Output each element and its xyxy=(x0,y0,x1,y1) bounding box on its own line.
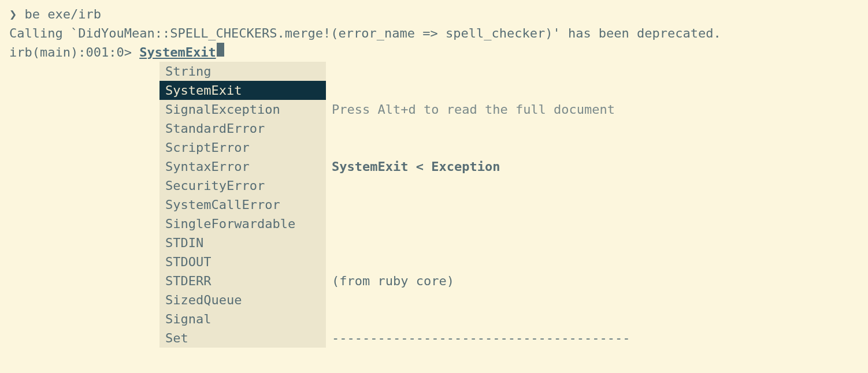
completion-item[interactable]: String xyxy=(159,62,326,81)
irb-prompt-line[interactable]: irb(main):001:0> SystemExit xyxy=(9,43,859,62)
doc-divider: --------------------------------------- xyxy=(332,329,630,348)
shell-prompt-line: ❯ be exe/irb xyxy=(9,5,859,24)
completion-item[interactable]: STDERR xyxy=(159,271,326,290)
completion-item[interactable]: SecurityError xyxy=(159,176,326,195)
doc-title: SystemExit < Exception xyxy=(332,157,630,176)
completion-item[interactable]: SingleForwardable xyxy=(159,214,326,233)
doc-source: (from ruby core) xyxy=(332,271,630,290)
shell-output-line: Calling `DidYouMean::SPELL_CHECKERS.merg… xyxy=(9,24,859,43)
completion-item[interactable]: StandardError xyxy=(159,119,326,138)
completion-list[interactable]: StringSystemExitSignalExceptionStandardE… xyxy=(159,62,326,348)
shell-prompt-symbol: ❯ xyxy=(9,7,25,21)
irb-prompt: irb(main):001:0> xyxy=(9,43,139,62)
completion-item[interactable]: SyntaxError xyxy=(159,157,326,176)
completion-item[interactable]: STDOUT xyxy=(159,252,326,271)
doc-blank xyxy=(332,214,630,233)
completion-item[interactable]: SignalException xyxy=(159,100,326,119)
completion-item[interactable]: STDIN xyxy=(159,233,326,252)
doc-panel: Press Alt+d to read the full document Sy… xyxy=(326,62,630,373)
completion-popup: StringSystemExitSignalExceptionStandardE… xyxy=(159,62,859,373)
completion-item[interactable]: SystemExit xyxy=(159,81,326,100)
doc-hint: Press Alt+d to read the full document xyxy=(332,100,630,119)
cursor xyxy=(217,43,224,57)
shell-command: be exe/irb xyxy=(25,7,101,21)
completion-item[interactable]: Set xyxy=(159,329,326,348)
completion-item[interactable]: SizedQueue xyxy=(159,290,326,309)
completion-item[interactable]: Signal xyxy=(159,309,326,329)
completion-item[interactable]: SystemCallError xyxy=(159,195,326,214)
irb-input-text[interactable]: SystemExit xyxy=(139,43,216,62)
completion-item[interactable]: ScriptError xyxy=(159,138,326,157)
